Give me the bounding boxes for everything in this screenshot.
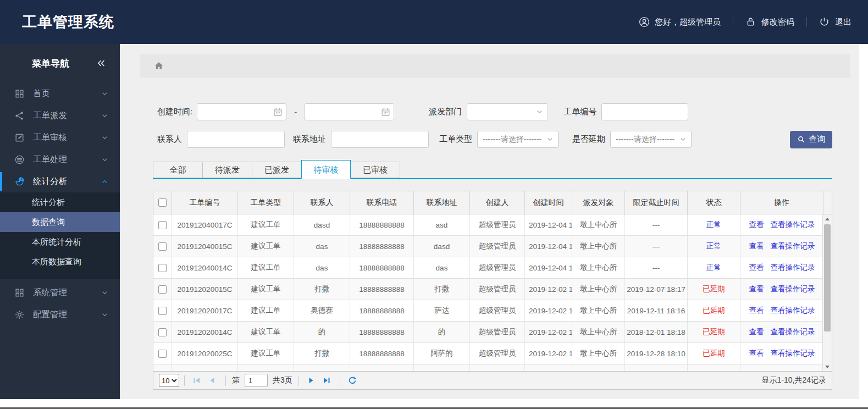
- select-all-checkbox[interactable]: [158, 198, 167, 207]
- work-order-table: 工单编号工单类型联系人联系电话联系地址创建人创建时间派发对象限定截止时间状态操作…: [153, 191, 832, 372]
- row-checkbox[interactable]: [158, 371, 167, 372]
- collapse-sidebar-icon[interactable]: [96, 58, 107, 69]
- contact-input[interactable]: [187, 131, 285, 148]
- view-link[interactable]: 查看: [749, 241, 764, 251]
- previous-page-button[interactable]: [208, 376, 218, 385]
- cell-address: das: [414, 257, 470, 278]
- view-log-link[interactable]: 查看操作记录: [771, 327, 815, 337]
- view-log-link[interactable]: 查看操作记录: [771, 220, 815, 230]
- create-time-start-field: [197, 103, 286, 120]
- dispatch-dept-select[interactable]: [467, 103, 548, 120]
- column-header-工单编号: 工单编号: [172, 191, 238, 214]
- chevron-down-icon: [546, 135, 554, 143]
- address-input[interactable]: [331, 131, 429, 148]
- cell-target: 墩上中心所: [572, 300, 625, 321]
- pager-divider: [298, 375, 299, 386]
- cell-type: 建议工单: [238, 279, 294, 300]
- view-log-link[interactable]: 查看操作记录: [771, 349, 815, 358]
- view-log-link[interactable]: 查看操作记录: [771, 263, 815, 273]
- cell-actions: 查看查看操作记录: [740, 343, 823, 364]
- tab-已派发[interactable]: 已派发: [252, 162, 301, 178]
- scroll-down-icon[interactable]: [823, 362, 832, 371]
- sidebar-subitem-本所统计分析[interactable]: 本所统计分析: [0, 232, 120, 252]
- first-page-button[interactable]: [192, 376, 202, 385]
- order-no-input[interactable]: [601, 103, 688, 120]
- refresh-icon[interactable]: [348, 376, 358, 385]
- header-divider: [806, 17, 807, 27]
- cell-contact: 奥德赛: [294, 300, 350, 321]
- filter-row-1: 创建时间: - 派发部门: [153, 103, 832, 120]
- row-checkbox[interactable]: [158, 328, 167, 336]
- order-type-select[interactable]: -------请选择-------: [477, 131, 559, 148]
- tab-全部[interactable]: 全部: [153, 162, 202, 178]
- view-link[interactable]: 查看: [749, 284, 764, 294]
- cell-phone: 18888888888: [350, 322, 414, 342]
- cell-address: 的: [414, 322, 470, 342]
- table-scrollbar[interactable]: [822, 214, 832, 371]
- cell-order_no: 201912020017C: [172, 300, 238, 321]
- view-log-link[interactable]: 查看操作记录: [771, 241, 815, 251]
- sidebar-submenu: 统计分析数据查询本所统计分析本所数据查询: [0, 192, 120, 279]
- tab-待审核[interactable]: 待审核: [301, 160, 351, 179]
- tab-待派发[interactable]: 待派发: [202, 162, 252, 178]
- cell-target: 墩上中心所: [572, 322, 625, 342]
- last-page-button[interactable]: [322, 376, 332, 385]
- row-checkbox[interactable]: [158, 350, 167, 358]
- cell-creator: 超级管理员: [470, 279, 525, 300]
- cell-order_no: 201912020025C: [172, 343, 238, 364]
- change-password-button[interactable]: 修改密码: [745, 16, 794, 27]
- sidebar-item-系统管理[interactable]: 系统管理: [0, 281, 120, 303]
- view-log-link[interactable]: 查看操作记录: [771, 284, 815, 294]
- cell-address: 阿萨的: [414, 343, 470, 364]
- row-checkbox-cell: [153, 322, 172, 342]
- scrollbar-thumb[interactable]: [824, 224, 831, 331]
- search-button[interactable]: 查询: [790, 131, 832, 148]
- user-greeting[interactable]: 您好，超级管理员: [639, 16, 721, 27]
- sidebar-item-工单派发[interactable]: 工单派发: [0, 104, 120, 126]
- cell-status: 已延期: [688, 300, 740, 321]
- sidebar-subitem-统计分析[interactable]: 统计分析: [0, 192, 120, 212]
- calendar-icon[interactable]: [380, 107, 391, 117]
- calendar-icon[interactable]: [273, 107, 283, 117]
- header-divider: [733, 17, 733, 27]
- view-link[interactable]: 查看: [749, 306, 764, 316]
- sidebar-item-首页[interactable]: 首页: [0, 82, 120, 104]
- row-checkbox[interactable]: [158, 307, 167, 315]
- column-header-派发对象: 派发对象: [572, 191, 625, 214]
- cell-status: 正常: [688, 236, 740, 257]
- page-size-select[interactable]: 10: [159, 374, 179, 387]
- tab-已审核[interactable]: 已审核: [351, 162, 400, 178]
- page-number-input[interactable]: [245, 374, 268, 387]
- sidebar-item-工单审核[interactable]: 工单审核: [0, 126, 120, 148]
- row-checkbox[interactable]: [158, 285, 167, 294]
- cell-address: 萨达: [414, 300, 470, 321]
- view-link[interactable]: 查看: [749, 349, 764, 358]
- next-page-button[interactable]: [307, 376, 317, 385]
- delay-select[interactable]: -------请选择-------: [610, 131, 692, 148]
- logout-button[interactable]: 退出: [819, 16, 852, 27]
- cell-status: 正常: [688, 257, 740, 278]
- table-row: 201912040015C建议工单das18888888888dasd超级管理员…: [153, 236, 823, 257]
- sidebar-subitem-数据查询[interactable]: 数据查询: [0, 212, 120, 232]
- view-log-link[interactable]: 查看操作记录: [771, 306, 815, 316]
- cell-actions: 查看查看操作记录: [740, 279, 823, 300]
- sidebar-item-配置管理[interactable]: 配置管理: [0, 303, 120, 325]
- scroll-up-icon[interactable]: [823, 214, 832, 223]
- sidebar-subitem-本所数据查询[interactable]: 本所数据查询: [0, 252, 120, 272]
- cell-type: 建议工单: [238, 322, 294, 342]
- date-range-separator: -: [294, 107, 297, 117]
- row-checkbox[interactable]: [158, 242, 167, 251]
- sidebar-item-label: 工单审核: [33, 132, 101, 143]
- table-row: [153, 364, 823, 371]
- row-checkbox[interactable]: [158, 264, 167, 272]
- row-checkbox[interactable]: [158, 221, 167, 229]
- sidebar-item-工单处理[interactable]: 工单处理: [0, 148, 120, 170]
- sidebar-item-统计分析[interactable]: 统计分析: [0, 170, 120, 192]
- create-time-end-field: [305, 103, 394, 120]
- view-link[interactable]: 查看: [749, 327, 764, 337]
- home-icon[interactable]: [153, 60, 164, 71]
- view-link[interactable]: 查看: [749, 263, 764, 273]
- view-link[interactable]: 查看: [749, 220, 764, 230]
- cell-order_no: 201912040014C: [172, 257, 238, 278]
- logout-label: 退出: [835, 17, 852, 27]
